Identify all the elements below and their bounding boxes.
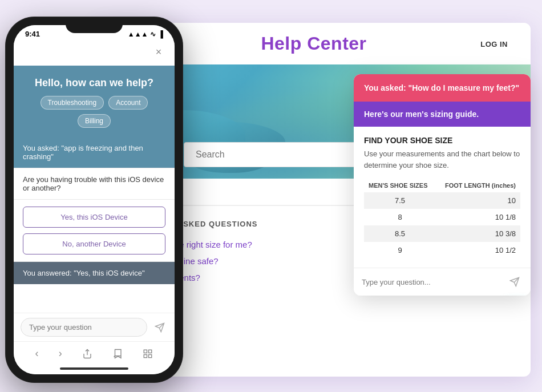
login-button[interactable]: LOG IN [480,39,508,48]
chat-btn-no[interactable]: No, another Device [23,233,165,254]
table-cell-size: 8 [364,209,436,225]
home-bar [60,367,128,370]
tag-container: Troubleshooting Account Billing [25,96,163,128]
nav-back[interactable]: ‹ [35,347,39,359]
svg-rect-3 [144,350,147,353]
chatbot-content: FIND YOUR SHOE SIZE Use your measurement… [354,127,531,268]
table-cell-length: 10 1/2 [436,242,520,258]
nav-tabs[interactable] [143,349,153,359]
table-row: 810 1/8 [364,209,520,225]
table-cell-size: 8.5 [364,225,436,242]
table-row: 8.510 3/8 [364,225,520,242]
status-icons: ▲▲▲ ∿ ▐ [128,30,163,38]
battery-icon: ▐ [158,30,163,38]
chatbot-input-area [354,268,531,296]
chat-message-bot-1: Are you having trouble with this iOS dev… [14,168,175,200]
phone-input-area [14,313,175,341]
wifi-icon: ∿ [150,30,156,38]
status-time: 9:41 [25,30,40,38]
chatbot-content-title: FIND YOUR SHOE SIZE [364,136,520,145]
chat-message-answered: You answered: "Yes, this iOS device" [14,262,175,284]
table-header-size: MEN'S SHOE SIZES [364,179,436,192]
nav-forward[interactable]: › [59,347,62,359]
phone-input-field[interactable] [21,318,147,337]
phone-screen: 9:41 ▲▲▲ ∿ ▐ × Hello, how can we help? T… [14,25,175,374]
chatbot-send-button[interactable] [507,274,523,290]
chatbot-content-desc: Use your measurements and the chart belo… [364,148,520,171]
home-indicator [14,363,175,374]
tag-account[interactable]: Account [108,96,148,110]
hello-title: Hello, how can we help? [25,77,163,89]
table-cell-length: 10 3/8 [436,225,520,242]
table-cell-size: 7.5 [364,192,436,209]
phone-outer-frame: 9:41 ▲▲▲ ∿ ▐ × Hello, how can we help? T… [6,17,183,382]
nav-share[interactable] [82,349,92,359]
svg-rect-4 [149,350,152,353]
svg-rect-6 [149,354,152,357]
nav-bookmarks[interactable] [112,349,123,359]
table-cell-size: 9 [364,242,436,258]
signal-icon: ▲▲▲ [128,30,148,38]
table-cell-length: 10 [436,192,520,209]
phone-bottom-nav: ‹ › [14,341,175,363]
help-center-title: Help Center [261,33,366,54]
table-cell-length: 10 1/8 [436,209,520,225]
hello-banner: Hello, how can we help? Troubleshooting … [14,66,175,137]
phone-chat-area[interactable]: Hello, how can we help? Troubleshooting … [14,66,175,313]
chatbot-popup: You asked: "How do I measure my feet?" H… [354,74,531,296]
chat-btn-yes[interactable]: Yes, this iOS Device [23,207,165,228]
chat-message-user-1: You asked: "app is freezing and then cra… [14,137,175,168]
chatbot-question-bar: You asked: "How do I measure my feet?" [354,74,531,102]
chat-messages: You asked: "app is freezing and then cra… [14,137,175,313]
tag-billing[interactable]: Billing [78,114,111,128]
table-header-length: FOOT LENGTH (inches) [436,179,520,192]
shoe-size-table: MEN'S SHOE SIZES FOOT LENGTH (inches) 7.… [364,179,520,258]
chatbot-input-field[interactable] [362,278,502,286]
table-row: 7.510 [364,192,520,209]
phone-notch [66,17,123,33]
chatbot-answer-bar: Here's our men's sizing guide. [354,102,531,127]
table-row: 910 1/2 [364,242,520,258]
tag-troubleshooting[interactable]: Troubleshooting [41,96,104,110]
chat-buttons-group: Yes, this iOS Device No, another Device [14,200,175,262]
svg-rect-5 [144,354,147,357]
phone-send-button[interactable] [152,320,168,336]
phone-mockup: 9:41 ▲▲▲ ∿ ▐ × Hello, how can we help? T… [6,17,183,382]
phone-header: × [14,41,175,66]
phone-close-button[interactable]: × [152,45,165,59]
